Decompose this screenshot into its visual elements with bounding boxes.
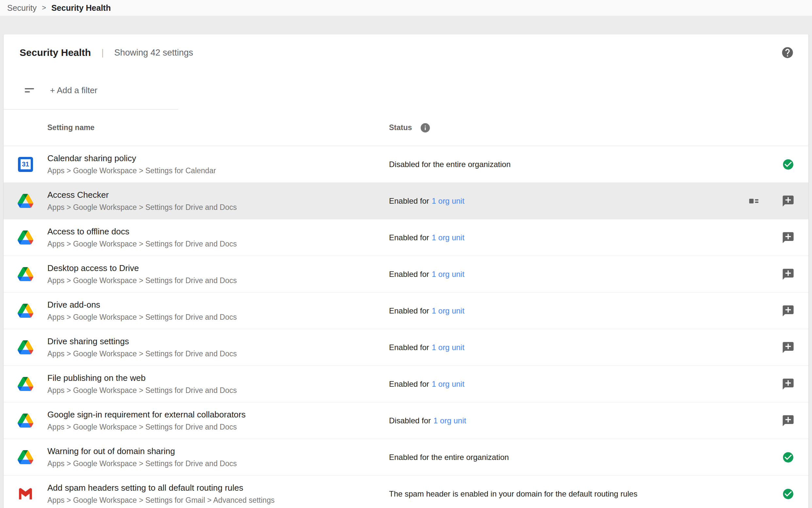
setting-info: Drive sharing settings Apps > Google Wor… [47, 336, 389, 358]
app-icon-cell: 31 [4, 304, 47, 318]
table-row[interactable]: 31 Google sign-in requirement for ex [4, 403, 808, 439]
setting-info: Access to offline docs Apps > Google Wor… [47, 226, 389, 249]
google-drive-icon [18, 267, 33, 281]
status-text: Enabled for [389, 233, 429, 242]
app-icon-cell: 31 [4, 194, 47, 208]
breadcrumb-separator: > [42, 4, 46, 12]
setting-name: Desktop access to Drive [47, 263, 376, 273]
info-icon[interactable] [420, 122, 431, 133]
status-cell: Enabled for1 org unit [389, 343, 782, 352]
setting-info: Add spam headers setting to all default … [47, 483, 389, 505]
recommendation-badge-icon[interactable] [782, 195, 795, 208]
table-row[interactable]: 31 File publishing on the web [4, 366, 808, 403]
app-icon-cell: 31 [4, 230, 47, 245]
title-divider: | [101, 47, 103, 58]
setting-name: Calendar sharing policy [47, 153, 376, 163]
status-text: Enabled for [389, 306, 429, 315]
setting-path: Apps > Google Workspace > Settings for D… [47, 276, 376, 285]
page-title: Security Health [19, 47, 91, 58]
setting-path: Apps > Google Workspace > Settings for D… [47, 313, 376, 322]
setting-name: Google sign-in requirement for external … [47, 410, 376, 420]
row-actions [748, 195, 808, 208]
status-text: Enabled for [389, 270, 429, 279]
status-cell: The spam header is enabled in your domai… [389, 490, 782, 499]
org-unit-link[interactable]: 1 org unit [433, 416, 466, 425]
setting-info: Desktop access to Drive Apps > Google Wo… [47, 263, 389, 285]
table-row[interactable]: 31 Drive sharing settings Apps [4, 329, 808, 366]
recommendation-badge-icon[interactable] [782, 414, 795, 427]
org-unit-link[interactable]: 1 org unit [432, 197, 465, 205]
setting-path: Apps > Google Workspace > Settings for D… [47, 349, 376, 358]
setting-info: Calendar sharing policy Apps > Google Wo… [47, 153, 389, 175]
setting-path: Apps > Google Workspace > Settings for D… [47, 386, 376, 395]
google-drive-icon [18, 194, 33, 208]
app-icon-cell: 31 [4, 450, 47, 464]
setting-name: Access to offline docs [47, 226, 376, 237]
add-filter-button[interactable]: + Add a filter [50, 85, 97, 95]
table-row[interactable]: 31 Add spam headers setting to all d [4, 476, 808, 508]
setting-info: Access Checker Apps > Google Workspace >… [47, 190, 389, 212]
setting-path: Apps > Google Workspace > Settings for D… [47, 240, 376, 249]
setting-info: File publishing on the web Apps > Google… [47, 373, 389, 395]
help-icon[interactable] [781, 46, 794, 59]
row-actions [782, 304, 808, 318]
google-drive-icon [18, 230, 33, 245]
card-header: Security Health | Showing 42 settings [4, 34, 808, 71]
security-health-card: Security Health | Showing 42 settings + … [4, 34, 808, 508]
recommendation-badge-icon[interactable] [782, 378, 795, 391]
setting-name: Access Checker [47, 190, 376, 200]
breadcrumb-security[interactable]: Security [7, 3, 37, 13]
status-text: Disabled for [389, 416, 431, 425]
row-actions [782, 378, 808, 391]
status-cell: Enabled for1 org unit [389, 380, 782, 389]
recommendation-badge-icon[interactable] [782, 341, 795, 354]
recommendation-badge-icon[interactable] [782, 231, 795, 244]
status-cell: Enabled for1 org unit [389, 306, 782, 315]
app-icon-cell: 31 [4, 340, 47, 354]
table-row[interactable]: 31 Desktop access to Drive App [4, 256, 808, 293]
table-row[interactable]: 31 Calendar sharing policy App [4, 146, 808, 183]
breadcrumb-current: Security Health [51, 3, 111, 13]
org-unit-link[interactable]: 1 org unit [432, 233, 465, 242]
row-actions [782, 231, 808, 244]
recommendation-badge-icon[interactable] [782, 304, 795, 318]
setting-name: Add spam headers setting to all default … [47, 483, 376, 493]
green-check-icon [782, 451, 795, 464]
settings-list: 31 Calendar sharing policy App [4, 146, 808, 508]
filter-icon [23, 84, 36, 96]
google-drive-icon [18, 414, 33, 428]
status-cell: Enabled for1 org unit [389, 197, 748, 206]
app-icon-cell: 31 [4, 157, 47, 172]
setting-name: Warning for out of domain sharing [47, 446, 376, 456]
table-row[interactable]: 31 Warning for out of domain sharing [4, 439, 808, 476]
org-unit-link[interactable]: 1 org unit [432, 343, 465, 352]
setting-path: Apps > Google Workspace > Settings for D… [47, 423, 376, 432]
status-text: Enabled for [389, 380, 429, 388]
status-cell: Enabled for1 org unit [389, 233, 782, 242]
org-unit-link[interactable]: 1 org unit [432, 306, 465, 315]
org-unit-link[interactable]: 1 org unit [432, 380, 465, 388]
setting-path: Apps > Google Workspace > Settings for G… [47, 496, 376, 505]
setting-details-icon[interactable] [748, 195, 760, 207]
recommendation-badge-icon[interactable] [782, 268, 795, 281]
row-actions [782, 158, 808, 171]
table-row[interactable]: 31 Drive add-ons Apps > Google [4, 293, 808, 329]
table-header: Setting name Status [4, 110, 808, 146]
status-text: Disabled for the entire organization [389, 160, 511, 169]
gmail-icon [18, 488, 33, 500]
setting-path: Apps > Google Workspace > Settings for D… [47, 459, 376, 468]
org-unit-link[interactable]: 1 org unit [432, 270, 465, 279]
status-cell: Disabled for the entire organization [389, 160, 782, 169]
status-cell: Enabled for1 org unit [389, 270, 782, 279]
row-actions [782, 414, 808, 427]
setting-info: Google sign-in requirement for external … [47, 410, 389, 432]
status-cell: Enabled for the entire organization [389, 453, 782, 462]
table-row[interactable]: 31 Access Checker Apps > Googl [4, 183, 808, 219]
table-row[interactable]: 31 Access to offline docs Apps [4, 219, 808, 256]
setting-name: Drive sharing settings [47, 336, 376, 346]
setting-path: Apps > Google Workspace > Settings for C… [47, 166, 376, 175]
column-setting-name: Setting name [47, 123, 389, 132]
green-check-icon [782, 158, 795, 171]
google-calendar-icon: 31 [18, 157, 33, 172]
status-cell: Disabled for1 org unit [389, 416, 782, 425]
